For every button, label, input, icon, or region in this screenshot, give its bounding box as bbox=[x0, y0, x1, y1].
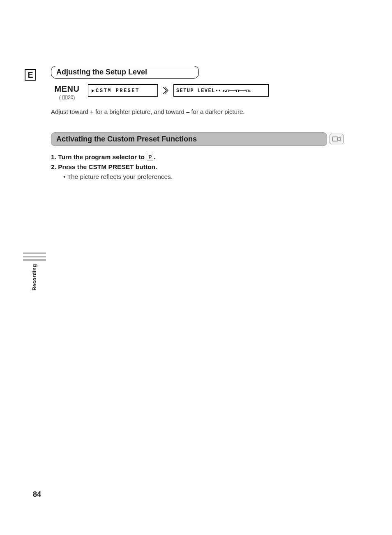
cstm-preset-label: CSTM PRESET bbox=[96, 88, 140, 94]
step-1-text-suffix: . bbox=[154, 153, 155, 160]
step-2-bullet: • The picture reflects your preferences. bbox=[63, 173, 367, 181]
menu-page-reference: ( 20) bbox=[51, 95, 83, 101]
book-icon bbox=[62, 95, 68, 101]
side-tab-label: Recording bbox=[32, 264, 37, 291]
slider-plus: + bbox=[249, 88, 251, 93]
setup-level-label: SETUP LEVEL bbox=[176, 88, 215, 94]
instruction-steps: 1. Turn the program selector to P. 2. Pr… bbox=[51, 153, 367, 181]
menu-path-row: MENU ( 20) CSTM PRESET SETUP LEVEL •• bbox=[51, 84, 367, 101]
camera-mode-icon bbox=[330, 134, 344, 144]
adjust-instruction-text: Adjust toward + for a brighter picture, … bbox=[51, 108, 367, 115]
ref-page-number: 20 bbox=[68, 95, 73, 100]
setup-level-slider-icon: - + bbox=[223, 88, 251, 93]
page-number: 84 bbox=[33, 490, 41, 499]
language-indicator: E bbox=[25, 69, 36, 81]
program-selector-p-icon: P bbox=[147, 154, 153, 160]
step-2: 2. Press the CSTM PRESET button. bbox=[51, 163, 367, 171]
ref-suffix: ) bbox=[73, 95, 75, 100]
menu-path-box-cstm-preset: CSTM PRESET bbox=[88, 84, 158, 97]
ref-prefix: ( bbox=[59, 95, 62, 100]
step-1-text-prefix: 1. Turn the program selector to bbox=[51, 153, 146, 160]
double-chevron-right-icon bbox=[163, 84, 168, 97]
menu-label-block: MENU ( 20) bbox=[51, 84, 83, 101]
step-1: 1. Turn the program selector to P. bbox=[51, 153, 367, 161]
menu-path-box-setup-level: SETUP LEVEL •• - + bbox=[173, 84, 269, 97]
triangle-right-icon bbox=[92, 89, 94, 93]
side-tab-lines-icon bbox=[23, 252, 46, 261]
side-tab-recording: Recording bbox=[23, 252, 46, 291]
svg-rect-0 bbox=[332, 137, 338, 141]
section-title-adjusting-setup-level: Adjusting the Setup Level bbox=[51, 66, 199, 79]
menu-label: MENU bbox=[51, 84, 83, 94]
section-title-activating-custom-preset: Activating the Custom Preset Functions bbox=[51, 132, 327, 146]
